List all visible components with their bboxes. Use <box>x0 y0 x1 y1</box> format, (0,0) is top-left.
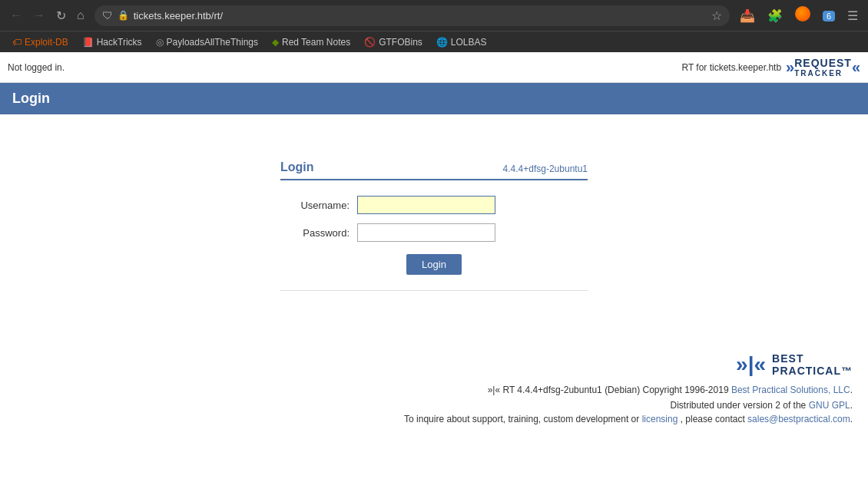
extensions-button[interactable]: 🧩 <box>764 6 787 25</box>
gtfo-icon: 🚫 <box>364 37 376 48</box>
login-button[interactable]: Login <box>406 254 462 275</box>
login-header-bar: Login <box>0 83 868 114</box>
lock-icon: 🔒 <box>118 10 129 21</box>
login-btn-row: Login <box>280 254 588 275</box>
license-suffix: . <box>850 400 853 411</box>
bookmarks-bar: 🏷 Exploit-DB 📕 HackTricks ◎ PayloadsAllT… <box>0 31 868 52</box>
login-status: Not logged in. <box>8 62 65 73</box>
exploitdb-icon: 🏷 <box>12 37 22 48</box>
page-footer: »|« BEST PRACTICAL™ »|« RT 4.4.4+dfsg-2u… <box>0 337 868 440</box>
bookmark-exploitdb-label: Exploit-DB <box>25 37 68 48</box>
bookmark-lolbas-label: LOLBAS <box>451 37 487 48</box>
login-form-container: Login 4.4.4+dfsg-2ubuntu1 Username: Pass… <box>280 160 588 306</box>
gnu-gpl-link[interactable]: GNU GPL <box>809 400 850 411</box>
hacktricks-icon: 📕 <box>82 37 94 48</box>
password-label: Password: <box>280 227 357 239</box>
login-form-area: Login 4.4.4+dfsg-2ubuntu1 Username: Pass… <box>0 114 868 337</box>
menu-button[interactable]: ☰ <box>843 6 862 25</box>
login-form-title: Login <box>280 160 314 174</box>
username-label: Username: <box>280 200 357 211</box>
bookmark-gtfo-label: GTFOBins <box>379 37 422 48</box>
request-tracker-logo: » REQUESTTRACKER « <box>786 57 860 78</box>
login-header-title: Login <box>12 91 50 106</box>
copyright-link[interactable]: Best Practical Solutions, LLC <box>731 385 850 395</box>
bp-practical-text: PRACTICAL™ <box>772 365 853 377</box>
browser-chrome: ← → ↻ ⌂ 🛡 🔒 tickets.keeper.htb/rt/ ☆ 📥 🧩… <box>0 0 868 31</box>
support-prefix: To inquire about support, training, cust… <box>404 414 639 424</box>
licensing-link[interactable]: licensing <box>642 414 678 424</box>
form-divider <box>280 290 588 291</box>
rt-header-right: RT for tickets.keeper.htb » REQUESTTRACK… <box>681 57 860 78</box>
back-button[interactable]: ← <box>6 7 26 24</box>
status-bar: Not logged in. RT for tickets.keeper.htb… <box>0 52 868 83</box>
footer-support: To inquire about support, training, cust… <box>15 414 853 424</box>
footer-copyright: »|« RT 4.4.4+dfsg-2ubuntu1 (Debian) Copy… <box>15 385 853 395</box>
bp-chevrons-right: » <box>736 352 748 376</box>
firefox-avatar-icon <box>795 6 810 21</box>
bookmark-exploitdb[interactable]: 🏷 Exploit-DB <box>6 35 75 50</box>
username-row: Username: <box>280 196 588 214</box>
browser-actions: 📥 🧩 6 ☰ <box>736 4 862 27</box>
support-middle: , please contact <box>681 414 745 424</box>
bp-logo-text: BEST PRACTICAL™ <box>772 352 853 377</box>
copyright-suffix: . <box>850 385 853 395</box>
bookmark-gtfo[interactable]: 🚫 GTFOBins <box>358 35 429 50</box>
home-button[interactable]: ⌂ <box>73 7 88 24</box>
best-practical-logo: »|« BEST PRACTICAL™ <box>15 352 853 377</box>
nav-buttons: ← → ↻ ⌂ <box>6 7 88 25</box>
tab-count-button[interactable]: 6 <box>819 6 839 25</box>
bookmark-payloads[interactable]: ◎ PayloadsAllTheThings <box>150 35 264 50</box>
lolbas-icon: 🌐 <box>436 37 448 48</box>
pocket-button[interactable]: 📥 <box>736 6 759 25</box>
copyright-prefix: »|« RT 4.4.4+dfsg-2ubuntu1 (Debian) Copy… <box>488 385 729 395</box>
redteam-icon: ◆ <box>272 37 279 48</box>
password-row: Password: <box>280 223 588 242</box>
firefox-avatar-button[interactable] <box>791 4 814 27</box>
rt-logo-chevrons-left: » <box>786 58 794 76</box>
badge: 6 <box>823 11 835 21</box>
page-content: Not logged in. RT for tickets.keeper.htb… <box>0 52 868 502</box>
forward-button[interactable]: → <box>29 7 49 24</box>
payloads-icon: ◎ <box>156 37 164 48</box>
rt-for-text: RT for tickets.keeper.htb <box>681 62 781 73</box>
bookmark-redteam[interactable]: ◆ Red Team Notes <box>266 35 356 50</box>
rt-logo-text: REQUESTTRACKER <box>794 57 852 78</box>
rt-logo-chevrons-right: « <box>852 58 860 76</box>
shield-icon: 🛡 <box>102 9 113 21</box>
address-bar[interactable]: 🛡 🔒 tickets.keeper.htb/rt/ ☆ <box>94 5 730 26</box>
license-text: Distributed under version 2 of the <box>671 400 807 411</box>
support-email-link[interactable]: sales@bestpractical.com <box>747 414 850 424</box>
bookmark-star-icon[interactable]: ☆ <box>711 8 722 23</box>
password-input[interactable] <box>357 223 495 242</box>
login-form-header: Login 4.4.4+dfsg-2ubuntu1 <box>280 160 588 180</box>
version-text: 4.4.4+dfsg-2ubuntu1 <box>503 163 588 174</box>
bookmark-hacktricks[interactable]: 📕 HackTricks <box>76 35 148 50</box>
bp-logo-chevrons: »|« <box>736 354 766 375</box>
bookmark-lolbas[interactable]: 🌐 LOLBAS <box>430 35 493 50</box>
support-suffix: . <box>850 414 853 424</box>
bookmark-hacktricks-label: HackTricks <box>97 37 142 48</box>
username-input[interactable] <box>357 196 495 214</box>
url-text: tickets.keeper.htb/rt/ <box>134 10 707 21</box>
bookmark-redteam-label: Red Team Notes <box>282 37 350 48</box>
bp-best-text: BEST <box>772 352 853 365</box>
refresh-button[interactable]: ↻ <box>52 7 70 25</box>
footer-license: Distributed under version 2 of the GNU G… <box>15 400 853 411</box>
bookmark-payloads-label: PayloadsAllTheThings <box>167 37 258 48</box>
bp-chevrons-left: « <box>754 352 767 376</box>
